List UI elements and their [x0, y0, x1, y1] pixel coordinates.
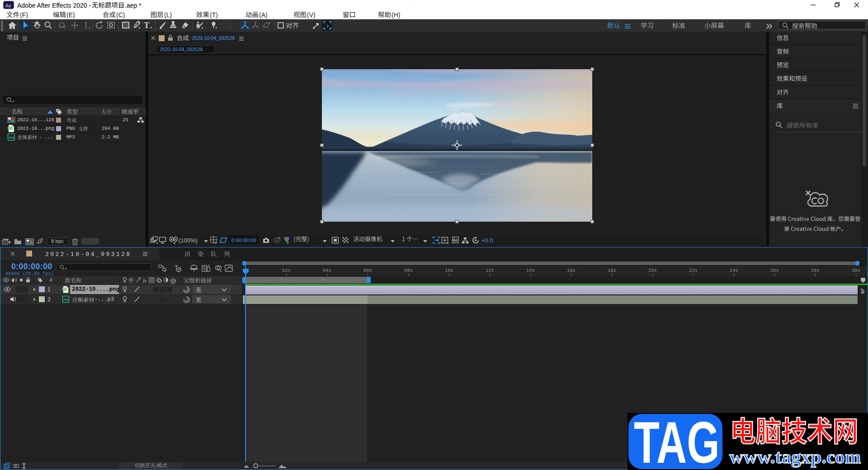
svg-text:Au: Au [9, 135, 14, 140]
svg-text:#: # [50, 277, 53, 283]
svg-text:PNG: PNG [63, 288, 68, 290]
svg-text:PNG: PNG [8, 127, 14, 129]
svg-text:Au: Au [63, 297, 68, 302]
svg-text:fx: fx [143, 278, 146, 283]
